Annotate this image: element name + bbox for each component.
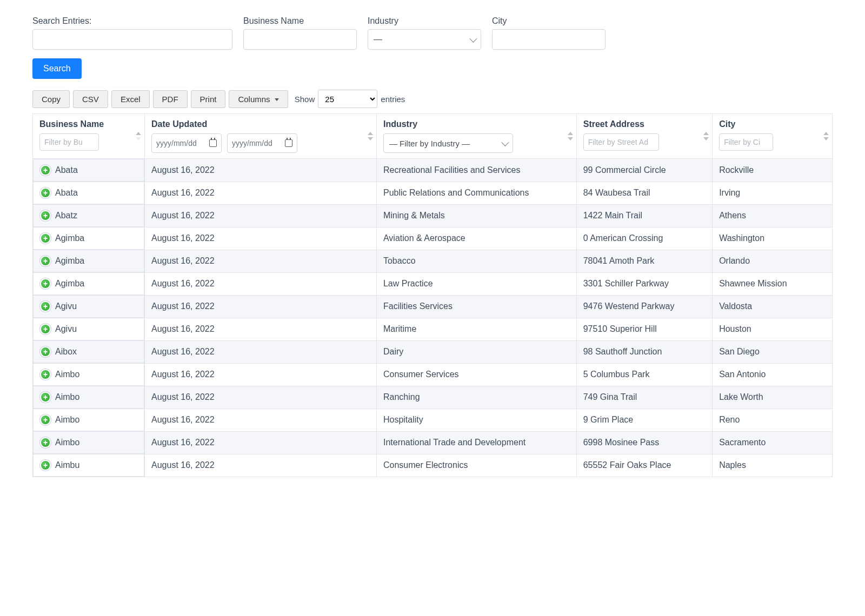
th-label: Industry (383, 119, 570, 129)
table-row: +AgivuAugust 16, 2022Facilities Services… (33, 295, 833, 318)
table-row: +AbataAugust 16, 2022Public Relations an… (33, 182, 833, 204)
filter-city[interactable] (719, 133, 773, 151)
business-name-input[interactable] (243, 29, 357, 50)
cell-street-address: 1422 Main Trail (576, 204, 712, 227)
date-to-placeholder: yyyy/mm/dd (232, 139, 272, 148)
expand-row-button[interactable]: + (40, 233, 51, 244)
expand-row-button[interactable]: + (40, 414, 51, 425)
business-name-value: Abata (55, 188, 78, 198)
th-label: Date Updated (151, 119, 370, 129)
chevron-down-icon (469, 35, 477, 43)
columns-button-label: Columns (238, 95, 270, 104)
industry-select[interactable]: — (368, 29, 481, 50)
expand-row-button[interactable]: + (40, 210, 51, 221)
sort-icon (136, 132, 141, 140)
col-header-city[interactable]: City (713, 114, 833, 159)
page-size-select[interactable]: 25 (318, 90, 377, 108)
cell-city: Valdosta (713, 295, 833, 318)
expand-row-button[interactable]: + (40, 278, 51, 289)
industry-select-value: — (374, 35, 382, 44)
cell-city: Rockville (713, 159, 833, 182)
col-header-date-updated[interactable]: Date Updated yyyy/mm/dd yyyy/mm/dd (145, 114, 377, 159)
table-row: +AimboAugust 16, 2022Hospitality9 Grim P… (33, 409, 833, 431)
business-name-value: Agivu (55, 302, 77, 311)
search-entries-input[interactable] (32, 29, 232, 50)
cell-city: Orlando (713, 250, 833, 272)
cell-city: Washington (713, 227, 833, 250)
cell-business-name: +Agimba (33, 272, 144, 295)
expand-row-button[interactable]: + (40, 165, 51, 176)
cell-business-name: +Aimbo (33, 363, 144, 386)
cell-date-updated: August 16, 2022 (145, 250, 377, 272)
business-name-value: Agimba (55, 233, 84, 243)
cell-industry: Law Practice (376, 272, 576, 295)
date-from-placeholder: yyyy/mm/dd (156, 139, 197, 148)
excel-button[interactable]: Excel (111, 90, 150, 108)
cell-street-address: 65552 Fair Oaks Place (576, 454, 712, 477)
business-name-value: Aimbo (55, 415, 79, 425)
columns-button[interactable]: Columns (229, 90, 288, 108)
chevron-down-icon (501, 139, 509, 146)
cell-street-address: 97510 Superior Hill (576, 318, 712, 340)
expand-row-button[interactable]: + (40, 256, 51, 266)
cell-industry: International Trade and Development (376, 431, 576, 454)
copy-button[interactable]: Copy (32, 90, 70, 108)
filter-industry-value: — Filter by Industry — (389, 139, 470, 148)
cell-business-name: +Agivu (33, 318, 144, 340)
cell-industry: Recreational Facilities and Services (376, 159, 576, 182)
business-name-value: Aimbo (55, 392, 79, 402)
col-header-street-address[interactable]: Street Address (576, 114, 712, 159)
print-button[interactable]: Print (191, 90, 226, 108)
cell-date-updated: August 16, 2022 (145, 227, 377, 250)
col-header-industry[interactable]: Industry — Filter by Industry — (376, 114, 576, 159)
expand-row-button[interactable]: + (40, 346, 51, 357)
business-name-value: Abata (55, 165, 78, 175)
cell-street-address: 9 Grim Place (576, 409, 712, 431)
search-button[interactable]: Search (32, 58, 82, 79)
cell-date-updated: August 16, 2022 (145, 386, 377, 409)
cell-street-address: 84 Waubesa Trail (576, 182, 712, 204)
sort-icon (368, 132, 373, 140)
cell-city: Lake Worth (713, 386, 833, 409)
csv-button[interactable]: CSV (73, 90, 108, 108)
filter-street-address[interactable] (583, 133, 659, 151)
expand-row-button[interactable]: + (40, 369, 51, 380)
cell-street-address: 78041 Amoth Park (576, 250, 712, 272)
export-toolbar: Copy CSV Excel PDF Print Columns Show 25… (32, 90, 833, 108)
th-label: Business Name (39, 119, 138, 129)
filter-date-to[interactable]: yyyy/mm/dd (227, 133, 297, 153)
expand-row-button[interactable]: + (40, 392, 51, 403)
filter-business-name[interactable] (39, 133, 99, 151)
cell-business-name: +Agivu (33, 295, 144, 318)
cell-city: Athens (713, 204, 833, 227)
cell-industry: Dairy (376, 340, 576, 363)
cell-industry: Ranching (376, 386, 576, 409)
cell-industry: Mining & Metals (376, 204, 576, 227)
expand-row-button[interactable]: + (40, 460, 51, 471)
cell-date-updated: August 16, 2022 (145, 159, 377, 182)
sort-icon (703, 132, 709, 140)
expand-row-button[interactable]: + (40, 324, 51, 334)
cell-business-name: +Agimba (33, 250, 144, 272)
business-name-value: Aibox (55, 347, 77, 357)
col-header-business-name[interactable]: Business Name (33, 114, 145, 159)
business-name-value: Agimba (55, 279, 84, 289)
sort-icon (823, 132, 829, 140)
cell-business-name: +Abata (33, 159, 144, 182)
expand-row-button[interactable]: + (40, 301, 51, 312)
filter-industry-select[interactable]: — Filter by Industry — (383, 133, 513, 153)
expand-row-button[interactable]: + (40, 437, 51, 448)
cell-industry: Consumer Electronics (376, 454, 576, 477)
filter-date-from[interactable]: yyyy/mm/dd (151, 133, 222, 153)
cell-street-address: 0 American Crossing (576, 227, 712, 250)
table-row: +AimboAugust 16, 2022International Trade… (33, 431, 833, 454)
city-input[interactable] (492, 29, 606, 50)
calendar-icon (209, 139, 217, 147)
cell-city: Shawnee Mission (713, 272, 833, 295)
pdf-button[interactable]: PDF (153, 90, 188, 108)
cell-date-updated: August 16, 2022 (145, 272, 377, 295)
expand-row-button[interactable]: + (40, 188, 51, 198)
cell-date-updated: August 16, 2022 (145, 363, 377, 386)
cell-business-name: +Abata (33, 182, 144, 204)
show-label: Show (295, 95, 315, 104)
